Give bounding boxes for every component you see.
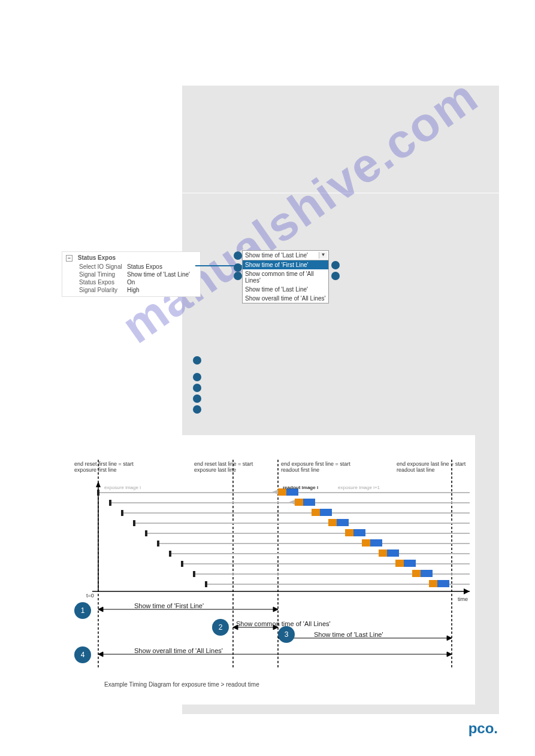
dropdown-option[interactable]: Show time of 'Last Line' — [243, 285, 328, 294]
list-item — [193, 373, 301, 381]
annotation-bullet — [193, 356, 201, 365]
diagram-band-label: readout image i — [283, 485, 318, 490]
dropdown-option[interactable]: Show time of 'First Line' — [243, 260, 328, 269]
svg-rect-45 — [421, 570, 433, 577]
svg-rect-23 — [157, 541, 159, 546]
svg-rect-40 — [379, 549, 387, 557]
svg-rect-21 — [133, 520, 135, 526]
svg-rect-47 — [437, 580, 449, 587]
bullet-icon — [193, 384, 201, 392]
axis-origin-label: t=0 — [86, 593, 94, 599]
diagram-label: end exposure last line = start readout l… — [397, 461, 474, 473]
svg-rect-41 — [387, 549, 399, 557]
timing-diagram: end reset first line = start exposure fi… — [56, 435, 475, 705]
prop-value: High — [127, 287, 197, 293]
dropdown-selected-label: Show time of 'Last Line' — [245, 252, 308, 259]
svg-marker-58 — [447, 636, 452, 640]
brand-logo: pco. — [468, 720, 498, 737]
prop-key: Signal Timing — [79, 271, 127, 278]
svg-rect-25 — [181, 561, 183, 567]
svg-rect-24 — [169, 551, 171, 557]
diagram-caption: Example Timing Diagram for exposure time… — [104, 681, 259, 688]
axis-time-label: time — [458, 596, 468, 602]
signal-timing-dropdown[interactable]: Show time of 'Last Line' ▼ Show time of … — [242, 250, 329, 303]
svg-rect-36 — [345, 529, 353, 536]
prop-row[interactable]: Select IO Signal Status Expos — [62, 263, 200, 271]
dropdown-selected[interactable]: Show time of 'Last Line' ▼ — [243, 251, 328, 260]
bullet-icon — [193, 405, 201, 414]
svg-rect-19 — [109, 500, 111, 506]
annotation-bullet — [331, 261, 340, 269]
svg-rect-32 — [312, 509, 320, 516]
svg-rect-37 — [353, 529, 365, 536]
svg-rect-27 — [205, 581, 207, 587]
prop-row[interactable]: Signal Polarity High — [62, 286, 200, 294]
annotation-overall: Show overall time of 'All Lines' — [134, 647, 223, 654]
prop-row[interactable]: Status Expos On — [62, 278, 200, 286]
svg-marker-48 — [272, 490, 278, 494]
prop-value: Show time of 'Last Line' — [127, 271, 197, 278]
svg-rect-34 — [328, 519, 337, 526]
prop-row[interactable]: Signal Timing Show time of 'Last Line' — [62, 271, 200, 278]
diagram-label: end reset last line = start exposure las… — [194, 461, 266, 473]
svg-rect-20 — [121, 510, 123, 516]
dropdown-option[interactable]: Show overall time of 'All Lines' — [243, 294, 328, 303]
prop-value: Status Expos — [127, 263, 197, 270]
svg-rect-44 — [412, 570, 421, 577]
svg-marker-49 — [289, 500, 295, 505]
svg-marker-52 — [273, 607, 278, 612]
svg-marker-51 — [98, 607, 103, 612]
annotation-bullet — [234, 251, 242, 260]
svg-marker-5 — [464, 588, 470, 594]
diagram-band-label: exposure image i — [104, 485, 141, 490]
svg-rect-46 — [429, 580, 437, 587]
annotation-marker-4: 4 — [74, 646, 91, 663]
annotation-marker-1: 1 — [74, 602, 91, 619]
svg-rect-42 — [395, 560, 404, 567]
prop-key: Signal Polarity — [79, 287, 127, 293]
list-item — [193, 394, 301, 403]
list-item — [193, 405, 301, 414]
annotation-first: Show time of 'First Line' — [134, 602, 204, 609]
svg-rect-39 — [370, 539, 382, 546]
divider — [182, 193, 499, 193]
svg-marker-7 — [96, 481, 101, 487]
prop-key: Select IO Signal — [79, 263, 127, 270]
svg-rect-31 — [303, 499, 315, 506]
svg-marker-60 — [98, 652, 103, 657]
svg-rect-43 — [404, 560, 416, 567]
bullet-icon — [193, 394, 201, 403]
svg-rect-22 — [145, 530, 147, 536]
prop-key: Status Expos — [79, 279, 127, 286]
svg-rect-38 — [362, 539, 370, 546]
annotation-marker-3: 3 — [278, 626, 295, 643]
svg-rect-18 — [97, 490, 99, 496]
list-item — [193, 384, 301, 392]
annotation-bullet — [234, 272, 242, 280]
svg-rect-30 — [295, 499, 303, 506]
diagram-label: end reset first line = start exposure fi… — [74, 461, 152, 473]
panel-header[interactable]: − Status Expos — [62, 253, 200, 263]
svg-marker-61 — [447, 652, 452, 657]
dropdown-option[interactable]: Show common time of 'All Lines' — [243, 269, 328, 285]
diagram-label: end exposure first line = start readout … — [281, 461, 365, 473]
collapse-icon[interactable]: − — [66, 255, 72, 262]
svg-rect-33 — [320, 509, 332, 516]
diagram-band-label: exposure image i+1 — [338, 485, 380, 490]
annotation-last: Show time of 'Last Line' — [314, 631, 383, 638]
bullet-icon — [193, 373, 201, 381]
panel-title: Status Expos — [78, 254, 116, 261]
annotation-marker-2: 2 — [212, 619, 229, 636]
prop-value: On — [127, 279, 197, 286]
property-panel: − Status Expos Select IO Signal Status E… — [62, 251, 201, 297]
svg-rect-35 — [337, 519, 349, 526]
annotation-bullet — [234, 263, 242, 272]
annotation-bullet — [331, 272, 340, 280]
chevron-down-icon[interactable]: ▼ — [319, 252, 327, 259]
svg-rect-26 — [193, 571, 195, 577]
